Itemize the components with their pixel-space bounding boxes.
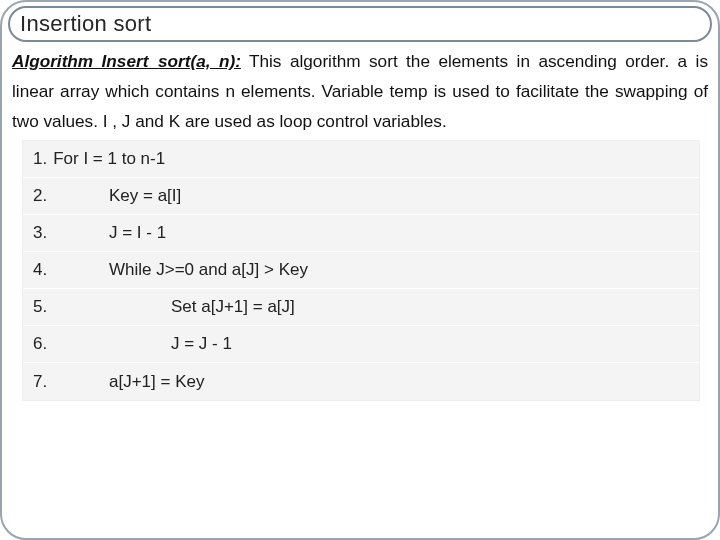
code-row: 6. J = J - 1 — [23, 326, 699, 363]
code-line-number: 1. — [23, 149, 47, 169]
code-line-text: J = I - 1 — [81, 223, 166, 243]
code-line-text: a[J+1] = Key — [81, 372, 204, 392]
code-row: 1. For I = 1 to n-1 — [23, 141, 699, 178]
code-line-number: 3. — [23, 223, 81, 243]
code-line-text: For I = 1 to n-1 — [47, 149, 165, 169]
code-line-text: While J>=0 and a[J] > Key — [81, 260, 308, 280]
code-line-text: J = J - 1 — [81, 334, 232, 354]
code-line-number: 7. — [23, 372, 81, 392]
pseudocode-block: 1. For I = 1 to n-1 2. Key = a[I] 3. J =… — [22, 140, 700, 401]
code-line-number: 4. — [23, 260, 81, 280]
code-line-number: 6. — [23, 334, 81, 354]
code-row: 5. Set a[J+1] = a[J] — [23, 289, 699, 326]
code-line-number: 2. — [23, 186, 81, 206]
code-line-text: Set a[J+1] = a[J] — [81, 297, 295, 317]
code-row: 4. While J>=0 and a[J] > Key — [23, 252, 699, 289]
code-line-number: 5. — [23, 297, 81, 317]
algorithm-name: Algorithm Insert_sort(a, n): — [12, 51, 241, 71]
slide-title: Insertion sort — [20, 11, 151, 37]
code-row: 2. Key = a[I] — [23, 178, 699, 215]
algorithm-description: Algorithm Insert_sort(a, n): This algori… — [12, 46, 708, 136]
title-box: Insertion sort — [8, 6, 712, 42]
code-row: 7. a[J+1] = Key — [23, 363, 699, 400]
code-line-text: Key = a[I] — [81, 186, 181, 206]
code-row: 3. J = I - 1 — [23, 215, 699, 252]
slide-frame: Insertion sort Algorithm Insert_sort(a, … — [0, 0, 720, 540]
